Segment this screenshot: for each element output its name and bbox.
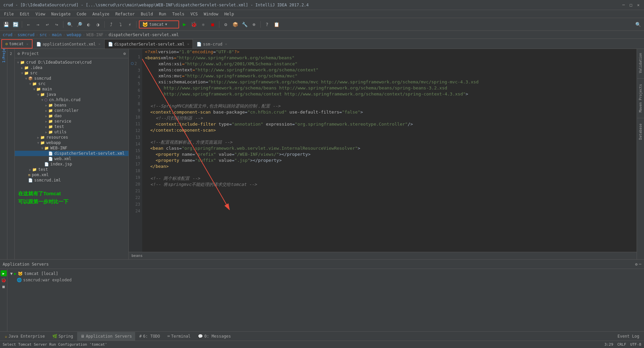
stop-button[interactable]: ■ <box>209 20 217 28</box>
maven-projects-icon[interactable]: Maven Projects <box>638 81 643 115</box>
menu-build[interactable]: Build <box>138 11 156 17</box>
tomcat-tab-close[interactable]: ✕ <box>26 42 29 46</box>
toolbar-extra2[interactable]: 📦 <box>231 20 239 28</box>
panel-minimize-icon[interactable]: ─ <box>639 262 641 267</box>
tree-resources[interactable]: ▶ 📁 resources <box>15 135 128 140</box>
ssmcrud-close[interactable]: ✕ <box>225 42 227 46</box>
toolbar-save[interactable]: 💾 <box>2 20 10 28</box>
servers-bug-icon[interactable]: 🐞 <box>1 277 7 283</box>
dispatcher-close[interactable]: ✕ <box>187 42 189 46</box>
tree-idea[interactable]: ▶ 📁 .idea <box>15 65 128 70</box>
tree-src2[interactable]: ▼ 📁 src <box>15 81 128 86</box>
tree-test-pkg[interactable]: ▶ 📁 test <box>15 124 128 129</box>
toolbar-forward[interactable]: → <box>34 20 42 28</box>
tree-pomxml[interactable]: ▶ m pom.xml <box>15 172 128 178</box>
toolbar-sync[interactable]: 🔄 <box>11 20 19 28</box>
toolbar-search2[interactable]: 🔎 <box>75 20 83 28</box>
tab-terminal[interactable]: ⌨ Terminal <box>164 332 194 341</box>
tree-test2[interactable]: ▶ 📁 test <box>15 167 128 172</box>
toolbar-extra4[interactable]: ⊕ <box>250 20 258 28</box>
tree-webinf[interactable]: ▼ 📁 WEB-INF <box>15 145 128 151</box>
toolbar-search1[interactable]: 🔍 <box>66 20 74 28</box>
coverage-button[interactable]: ⚛ <box>199 20 207 28</box>
tab-java-enterprise[interactable]: ☕ Java Enterprise <box>1 332 48 341</box>
close-button[interactable]: ✕ <box>636 3 641 7</box>
menu-tools[interactable]: Tools <box>170 11 187 17</box>
menu-view[interactable]: View <box>33 11 48 17</box>
tree-ssmcrud[interactable]: ▼ 📦 ssmcrud <box>15 76 128 81</box>
tab-todo[interactable]: # 6: TODO <box>136 332 163 341</box>
servers-stop-icon[interactable]: ■ <box>1 284 7 290</box>
toolbar-extra3[interactable]: 🔧 <box>240 20 249 28</box>
toolbar-search4[interactable]: ◑ <box>94 20 102 28</box>
tab-ssmcrud[interactable]: 📄 ssm-crud ✕ <box>193 39 231 49</box>
project-icon[interactable]: 1:Project <box>0 50 7 57</box>
menu-refactor[interactable]: Refactor <box>113 11 138 17</box>
tree-beans[interactable]: ▶ 📁 beans <box>15 102 128 108</box>
panel-settings-icon[interactable]: ⚙ <box>635 262 638 267</box>
appcontext-close[interactable]: ✕ <box>99 42 101 46</box>
breadcrumb-webapp[interactable]: webapp <box>67 32 81 37</box>
toolbar-nav2[interactable]: ⤵ <box>116 20 124 28</box>
breadcrumb-ssmcrud[interactable]: ssmcrud <box>17 32 35 37</box>
menu-run[interactable]: Run <box>156 11 169 17</box>
menu-code[interactable]: Code <box>74 11 89 17</box>
toolbar-extra1[interactable]: ⚙ <box>222 20 230 28</box>
toolbar-layout[interactable]: ⚡ <box>126 20 134 28</box>
toolbar-event[interactable]: 📋 <box>272 20 280 28</box>
toolbar-back[interactable]: ← <box>24 20 33 28</box>
run-config-selector[interactable]: 🐱 tomcat ▼ <box>139 20 179 28</box>
tab-dispatcherservlet[interactable]: 📄 dispatcherServlet-servlet.xml ✕ <box>104 39 193 49</box>
project-header-settings[interactable]: ⚙ <box>123 51 126 56</box>
toolbar-redo[interactable]: ↪ <box>53 20 61 28</box>
debug-button[interactable]: 🐞 <box>190 20 198 28</box>
server-tomcat-local[interactable]: ▼ ▶ 🐱 tomcat [local] <box>7 270 644 277</box>
breadcrumb-crud[interactable]: crud <box>3 32 12 37</box>
tree-controller[interactable]: ▶ 📁 controller <box>15 108 128 113</box>
toolbar-undo[interactable]: ↩ <box>43 20 51 28</box>
tree-java[interactable]: ▼ 📁 java <box>15 92 128 97</box>
tab-messages[interactable]: 💬 0: Messages <box>195 332 234 341</box>
tree-webxml[interactable]: ▶ 📄 web.xml <box>15 156 128 161</box>
tree-dispatcherservlet-xml[interactable]: ▶ 📄 dispatcherServlet-servlet.xml <box>15 151 128 156</box>
toolbar-search-everywhere[interactable]: 🔍 <box>634 20 642 28</box>
code-content[interactable]: 1 ⬡2 3 4 5 6 7 8 9 10 11 12 13 14 <box>129 49 637 252</box>
tab-applicationcontext[interactable]: 📄 applicationContext.xml ✕ <box>33 39 104 49</box>
tree-package[interactable]: ▼ ⬡ cn.hfbin.crud <box>15 97 128 102</box>
menu-analyze[interactable]: Analyze <box>90 11 112 17</box>
menu-window[interactable]: Window <box>201 11 221 17</box>
toolbar-nav1[interactable]: ⤴ <box>107 20 115 28</box>
breadcrumb-src[interactable]: src <box>40 32 47 37</box>
servers-run-icon[interactable]: ▶ <box>1 270 7 276</box>
server-war-exploded[interactable]: 🌐 ssmcrud:war exploded <box>7 277 644 283</box>
tree-src[interactable]: ▼ 📁 src <box>15 70 128 76</box>
tree-indexjsp[interactable]: ▶ 📄 index.jsp <box>15 161 128 167</box>
menu-edit[interactable]: Edit <box>17 11 32 17</box>
tab-application-servers[interactable]: 🖥 Application Servers <box>77 332 135 341</box>
menu-navigate[interactable]: Navigate <box>49 11 73 17</box>
menu-help[interactable]: Help <box>222 11 237 17</box>
toolbar-search3[interactable]: ◐ <box>85 20 93 28</box>
toolbar-help[interactable]: ? <box>263 20 271 28</box>
tree-service[interactable]: ▶ 📁 service <box>15 119 128 124</box>
run-button[interactable]: ▶ <box>180 20 189 28</box>
code-lines[interactable]: <?xml version="1.0" encoding="UTF-8"?> <… <box>142 49 637 252</box>
minimize-button[interactable]: ─ <box>621 3 626 7</box>
tree-dao[interactable]: ▶ 📁 dao <box>15 113 128 119</box>
tree-utils[interactable]: ▶ 📁 utils <box>15 129 128 135</box>
validation-icon[interactable]: Validation <box>638 50 643 76</box>
tree-crud-root[interactable]: ▼ 📁 crud D:\IdeaDataSource\crud <box>15 60 128 65</box>
breadcrumb-main[interactable]: main <box>52 32 62 37</box>
tab-tomcat[interactable]: ⚙ tomcat ✕ <box>1 39 33 49</box>
database-icon[interactable]: Database <box>638 121 643 142</box>
structure-icon[interactable]: 2 <box>8 50 14 57</box>
tree-main[interactable]: ▼ 📁 main <box>15 86 128 92</box>
annotation-line1: 在这就有了Tomcat <box>18 190 125 198</box>
menu-vcs[interactable]: VCS <box>188 11 201 17</box>
tree-ssmcrudiml[interactable]: ▶ 📄 ssmcrud.iml <box>15 178 128 183</box>
maximize-button[interactable]: □ <box>629 3 633 7</box>
menu-file[interactable]: File <box>1 11 16 17</box>
tree-webapp[interactable]: ▼ 📁 webapp <box>15 140 128 145</box>
event-log-button[interactable]: Event Log <box>614 332 643 341</box>
tab-spring[interactable]: 🌿 Spring <box>49 332 76 341</box>
